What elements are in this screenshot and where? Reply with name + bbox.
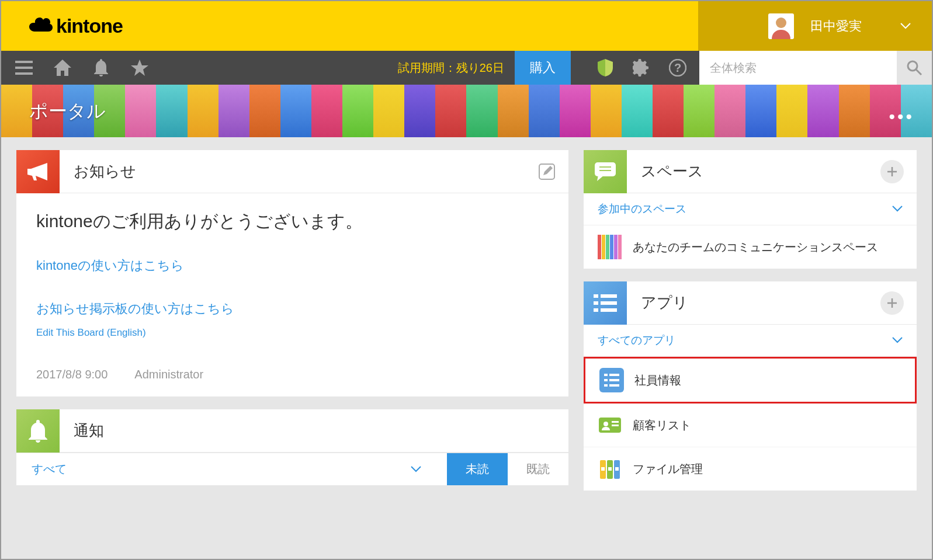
spaces-panel: スペース 参加中のスペース あなたのチームのコミュニケーションスペース — [584, 150, 917, 269]
svg-rect-22 — [604, 374, 608, 376]
tab-unread[interactable]: 未読 — [447, 453, 508, 485]
separator-line: ----------------------------------------… — [36, 284, 549, 297]
right-column: スペース 参加中のスペース あなたのチームのコミュニケーションスペース — [584, 150, 917, 491]
announce-meta: 2017/8/8 9:00 Administrator — [16, 353, 568, 396]
svg-rect-13 — [614, 235, 618, 259]
top-header: kintone 田中愛実 — [1, 1, 932, 51]
product-name: kintone — [56, 15, 123, 37]
add-app-button[interactable] — [880, 291, 904, 315]
svg-rect-17 — [594, 301, 598, 305]
svg-rect-11 — [606, 235, 609, 259]
svg-rect-10 — [602, 235, 605, 259]
svg-point-29 — [603, 422, 608, 426]
announcements-panel: お知らせ kintoneのご利用ありがとうございます。 kintoneの使い方は… — [16, 150, 568, 396]
edit-icon[interactable] — [538, 163, 556, 180]
svg-point-0 — [776, 18, 786, 28]
svg-rect-15 — [594, 294, 598, 298]
portal-title: ポータル — [1, 85, 932, 124]
menu-icon[interactable] — [14, 58, 34, 78]
trial-period-text: 試用期間：残り26日 — [398, 60, 504, 76]
product-logo[interactable]: kintone — [29, 15, 123, 37]
svg-rect-18 — [601, 301, 617, 305]
announcements-title: お知らせ — [60, 161, 136, 182]
usage-link[interactable]: kintoneの使い方はこちら — [36, 257, 549, 274]
svg-rect-19 — [594, 308, 598, 312]
bell-icon[interactable] — [91, 58, 111, 78]
kintone-cloud-icon — [29, 16, 53, 37]
svg-rect-23 — [609, 374, 619, 376]
edit-board-english-link[interactable]: Edit This Board (English) — [36, 327, 146, 338]
svg-rect-31 — [612, 425, 619, 426]
app-item-file-management[interactable]: ファイル管理 — [584, 447, 917, 491]
user-menu[interactable]: 田中愛実 — [698, 1, 932, 51]
gear-icon[interactable] — [632, 58, 651, 78]
apps-panel: アプリ すべてのアプリ 社員情報 顧客リスト — [584, 281, 917, 491]
app-item-customer-list[interactable]: 顧客リスト — [584, 404, 917, 447]
binders-icon — [598, 457, 622, 481]
notification-bell-icon — [16, 409, 60, 453]
svg-rect-9 — [598, 235, 601, 259]
shield-icon[interactable] — [595, 58, 615, 78]
announce-heading: kintoneのご利用ありがとうございます。 — [36, 210, 549, 234]
global-search — [699, 51, 932, 85]
board-usage-link[interactable]: お知らせ掲示板の使い方はこちら — [36, 300, 549, 318]
chevron-down-icon — [892, 337, 903, 344]
app-item-label: 顧客リスト — [633, 418, 691, 433]
joined-spaces-label: 参加中のスペース — [598, 201, 686, 217]
list-icon — [584, 281, 627, 325]
global-toolbar: 試用期間：残り26日 購入 ? — [1, 51, 932, 85]
banner-options-icon[interactable]: ••• — [889, 107, 914, 127]
tab-all-dropdown[interactable]: すべて — [16, 461, 447, 477]
tab-read[interactable]: 既読 — [508, 453, 568, 485]
add-space-button[interactable] — [880, 160, 904, 183]
svg-rect-20 — [601, 308, 617, 312]
svg-rect-16 — [601, 294, 617, 298]
svg-rect-6 — [595, 162, 616, 176]
left-column: お知らせ kintoneのご利用ありがとうございます。 kintoneの使い方は… — [16, 150, 568, 491]
svg-rect-25 — [609, 379, 619, 381]
space-item[interactable]: あなたのチームのコミュニケーションスペース — [584, 225, 917, 269]
svg-rect-35 — [601, 467, 605, 471]
notifications-title: 通知 — [60, 420, 104, 441]
svg-rect-12 — [610, 235, 613, 259]
svg-point-3 — [908, 61, 917, 71]
app-item-employee-info[interactable]: 社員情報 — [584, 357, 917, 404]
star-icon[interactable] — [130, 58, 150, 78]
apps-title: アプリ — [627, 293, 688, 313]
svg-line-4 — [916, 69, 921, 75]
svg-rect-14 — [618, 235, 622, 259]
announce-author: Administrator — [134, 368, 203, 381]
id-card-icon — [598, 413, 622, 437]
svg-rect-37 — [615, 467, 619, 471]
pencils-icon — [598, 235, 622, 259]
search-button[interactable] — [897, 51, 932, 85]
app-list-icon — [599, 368, 624, 392]
home-icon[interactable] — [53, 58, 72, 78]
app-item-label: ファイル管理 — [633, 461, 703, 477]
svg-rect-30 — [612, 421, 619, 423]
portal-banner: ポータル ••• — [1, 85, 932, 137]
svg-text:?: ? — [674, 61, 681, 74]
chevron-down-icon — [411, 466, 421, 473]
svg-rect-36 — [608, 467, 612, 471]
space-item-label: あなたのチームのコミュニケーションスペース — [633, 239, 878, 255]
search-input[interactable] — [699, 51, 897, 85]
content-area: お知らせ kintoneのご利用ありがとうございます。 kintoneの使い方は… — [1, 137, 932, 503]
chevron-down-icon — [900, 23, 911, 30]
svg-rect-26 — [604, 384, 608, 387]
megaphone-icon — [16, 150, 60, 193]
app-item-label: 社員情報 — [634, 373, 681, 388]
speech-bubble-icon — [584, 150, 627, 193]
buy-button[interactable]: 購入 — [515, 51, 571, 85]
all-apps-label: すべてのアプリ — [598, 333, 675, 348]
joined-spaces-dropdown[interactable]: 参加中のスペース — [584, 193, 917, 225]
help-icon[interactable]: ? — [668, 58, 688, 78]
chevron-down-icon — [892, 206, 903, 213]
svg-rect-24 — [604, 379, 608, 381]
notifications-panel: 通知 すべて 未読 既読 — [16, 409, 568, 485]
svg-rect-27 — [609, 384, 619, 387]
all-apps-dropdown[interactable]: すべてのアプリ — [584, 325, 917, 357]
user-avatar — [768, 13, 794, 39]
user-name: 田中愛実 — [810, 18, 862, 35]
spaces-title: スペース — [627, 161, 703, 182]
